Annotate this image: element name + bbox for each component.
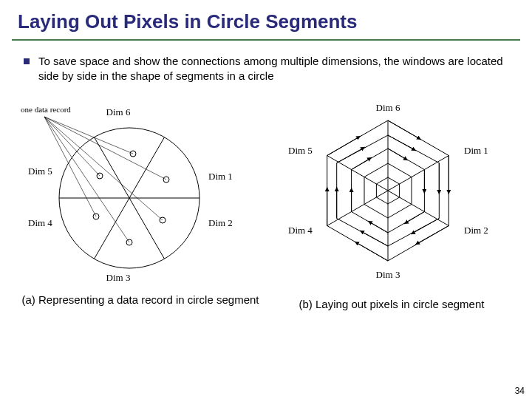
figure-b: Dim 1 Dim 2 Dim 3 Dim 4 Dim 5 Dim 6 bbox=[266, 95, 517, 287]
svg-line-29 bbox=[327, 155, 388, 191]
circle-segment-icon: one data record Dim 1 Dim 2 Dim 3 Dim 4 … bbox=[15, 95, 251, 287]
svg-line-15 bbox=[44, 117, 100, 176]
svg-line-28 bbox=[327, 191, 388, 226]
svg-line-33 bbox=[355, 242, 388, 261]
svg-line-36 bbox=[388, 135, 416, 151]
label-dim3-b: Dim 3 bbox=[376, 269, 400, 280]
svg-line-6 bbox=[129, 198, 165, 259]
label-dim6-b: Dim 6 bbox=[376, 102, 400, 113]
svg-line-39 bbox=[360, 231, 388, 246]
label-dim2-b: Dim 2 bbox=[464, 225, 488, 236]
figure-a: one data record Dim 1 Dim 2 Dim 3 Dim 4 … bbox=[15, 95, 251, 287]
bullet-text: To save space and show the connections a… bbox=[38, 54, 508, 84]
svg-line-45 bbox=[368, 221, 388, 233]
caption-b: (b) Laying out pixels in circle segment bbox=[266, 297, 517, 312]
svg-line-30 bbox=[388, 120, 421, 140]
label-dim1-a: Dim 1 bbox=[208, 171, 233, 182]
svg-line-38 bbox=[411, 218, 439, 234]
svg-line-5 bbox=[95, 137, 130, 197]
label-dim1-b: Dim 1 bbox=[464, 145, 488, 156]
captions-row: (a) Representing a data record in circle… bbox=[0, 287, 532, 312]
figures-row: one data record Dim 1 Dim 2 Dim 3 Dim 4 … bbox=[0, 90, 532, 287]
svg-line-44 bbox=[404, 211, 424, 224]
label-dim5-b: Dim 5 bbox=[288, 145, 313, 156]
svg-line-14 bbox=[44, 117, 133, 154]
bullet-block: To save space and show the connections a… bbox=[0, 41, 532, 90]
caption-a: (a) Representing a data record in circle… bbox=[15, 293, 266, 312]
bullet-square-icon bbox=[24, 58, 30, 64]
label-dim3-a: Dim 3 bbox=[106, 272, 131, 283]
svg-line-25 bbox=[388, 155, 449, 191]
svg-line-42 bbox=[388, 149, 408, 160]
svg-line-17 bbox=[44, 117, 129, 242]
svg-line-41 bbox=[337, 147, 365, 163]
page-number: 34 bbox=[515, 386, 525, 396]
svg-line-4 bbox=[95, 198, 130, 259]
svg-line-3 bbox=[129, 137, 165, 197]
label-dim5-a: Dim 5 bbox=[28, 166, 52, 177]
hex-layout-icon: Dim 1 Dim 2 Dim 3 Dim 4 Dim 5 Dim 6 bbox=[266, 95, 517, 287]
label-dim4-a: Dim 4 bbox=[28, 217, 52, 228]
slide-title: Laying Out Pixels in Circle Segments bbox=[0, 0, 532, 38]
svg-line-47 bbox=[352, 157, 372, 170]
note-one-data-record: one data record bbox=[21, 105, 71, 114]
label-dim4-b: Dim 4 bbox=[288, 225, 313, 236]
label-dim2-a: Dim 2 bbox=[208, 217, 233, 228]
svg-line-26 bbox=[388, 191, 449, 226]
label-dim6-a: Dim 6 bbox=[106, 106, 131, 117]
